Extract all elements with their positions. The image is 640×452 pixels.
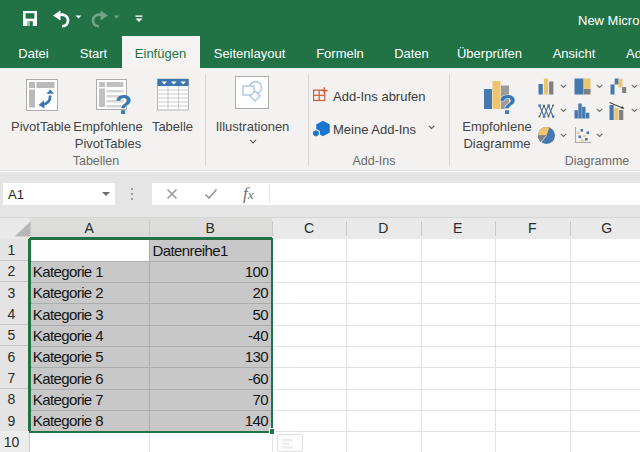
svg-text:?: ?	[499, 89, 515, 117]
svg-text:?: ?	[115, 89, 132, 117]
